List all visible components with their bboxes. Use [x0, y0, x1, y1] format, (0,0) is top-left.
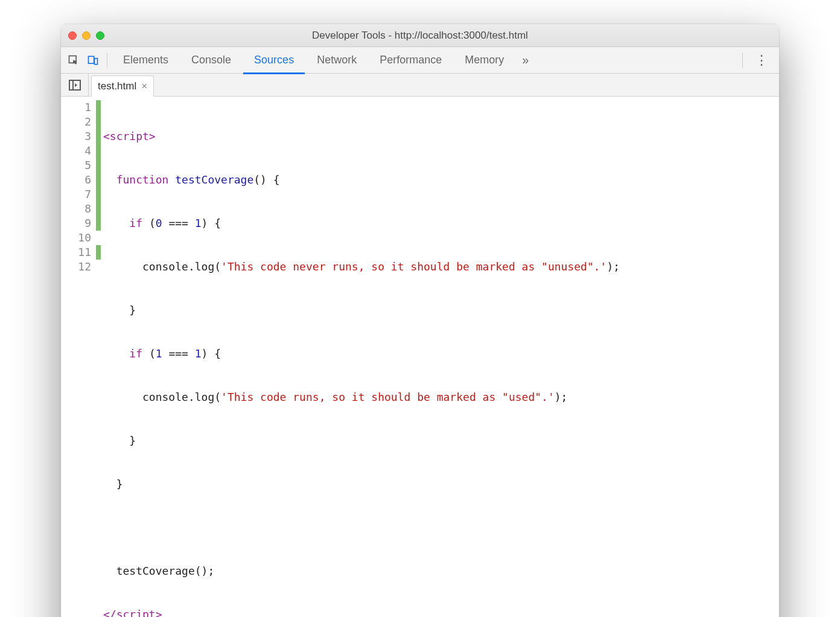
file-tab-label: test.html — [98, 80, 136, 92]
line-number-gutter: 123456789101112 — [61, 97, 96, 617]
divider — [742, 53, 743, 68]
titlebar: Developer Tools - http://localhost:3000/… — [61, 24, 779, 47]
tab-sources[interactable]: Sources — [243, 47, 305, 74]
svg-rect-2 — [95, 58, 98, 64]
device-toolbar-icon[interactable] — [84, 51, 102, 69]
file-tabs-row: test.html × — [61, 74, 779, 97]
file-tab-test-html[interactable]: test.html × — [91, 75, 154, 97]
code-editor[interactable]: 123456789101112 <script> function testCo… — [61, 97, 779, 617]
coverage-gutter — [96, 97, 101, 617]
window-title: Developer Tools - http://localhost:3000/… — [61, 30, 779, 42]
tab-memory[interactable]: Memory — [454, 47, 515, 74]
tab-performance[interactable]: Performance — [369, 47, 453, 74]
active-tab-underline — [243, 72, 305, 74]
code-content[interactable]: <script> function testCoverage() { if (0… — [101, 97, 622, 617]
tab-elements[interactable]: Elements — [112, 47, 179, 74]
close-file-tab-icon[interactable]: × — [141, 80, 147, 92]
divider — [107, 53, 107, 68]
tab-network[interactable]: Network — [306, 47, 368, 74]
more-tabs-icon[interactable]: » — [516, 53, 535, 67]
settings-kebab-icon[interactable]: ⋮ — [748, 53, 775, 68]
main-toolbar: Elements Console Sources Network Perform… — [61, 47, 779, 74]
tab-console[interactable]: Console — [180, 47, 242, 74]
svg-rect-1 — [89, 56, 94, 63]
inspect-element-icon[interactable] — [65, 51, 83, 69]
navigator-toggle-icon[interactable] — [61, 74, 89, 96]
devtools-window: Developer Tools - http://localhost:3000/… — [61, 24, 779, 617]
tab-sources-label: Sources — [254, 54, 294, 66]
